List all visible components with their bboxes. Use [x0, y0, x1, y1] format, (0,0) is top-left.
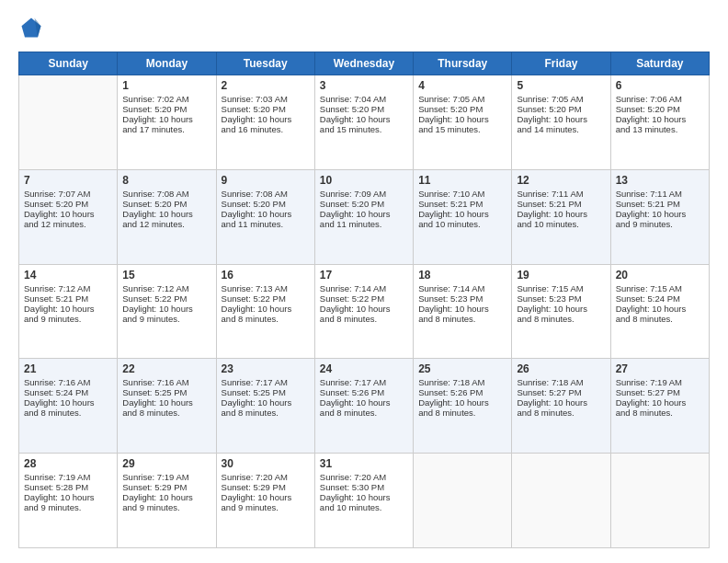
calendar-cell: 1Sunrise: 7:02 AMSunset: 5:20 PMDaylight… — [118, 75, 216, 170]
day-info-line: and 17 minutes. — [122, 124, 210, 134]
calendar-cell: 17Sunrise: 7:14 AMSunset: 5:22 PMDayligh… — [314, 264, 413, 359]
day-info-line: Sunrise: 7:14 AM — [418, 283, 506, 293]
day-header-tuesday: Tuesday — [216, 52, 314, 75]
day-info-line: Sunrise: 7:07 AM — [24, 189, 112, 199]
day-info-line: and 12 minutes. — [122, 219, 210, 229]
day-info-line: Daylight: 10 hours — [122, 304, 210, 314]
day-info-line: Daylight: 10 hours — [222, 114, 310, 124]
day-info-line: Sunset: 5:20 PM — [122, 199, 210, 209]
day-info-line: and 15 minutes. — [418, 124, 506, 134]
day-info-line: Sunset: 5:21 PM — [418, 199, 506, 209]
day-number: 20 — [616, 269, 704, 282]
day-info-line: Daylight: 10 hours — [222, 492, 310, 502]
calendar-cell: 24Sunrise: 7:17 AMSunset: 5:26 PMDayligh… — [314, 359, 413, 454]
day-info-line: Sunset: 5:20 PM — [616, 104, 704, 114]
day-info-line: and 8 minutes. — [122, 408, 210, 418]
day-info-line: Daylight: 10 hours — [320, 209, 408, 219]
day-number: 7 — [24, 174, 112, 187]
day-info-line: Sunrise: 7:08 AM — [222, 189, 310, 199]
day-info-line: Daylight: 10 hours — [616, 304, 704, 314]
day-info-line: and 11 minutes. — [320, 219, 408, 229]
day-info-line: Sunrise: 7:20 AM — [222, 472, 310, 482]
day-info-line: Sunrise: 7:15 AM — [616, 283, 704, 293]
day-info-line: Daylight: 10 hours — [24, 209, 112, 219]
calendar-cell: 21Sunrise: 7:16 AMSunset: 5:24 PMDayligh… — [19, 359, 118, 454]
day-info-line: Sunrise: 7:02 AM — [122, 94, 210, 104]
day-info-line: Sunset: 5:22 PM — [320, 293, 408, 304]
day-number: 19 — [517, 269, 605, 282]
calendar-cell — [610, 454, 709, 548]
day-info-line: Sunset: 5:27 PM — [517, 387, 605, 397]
day-info-line: and 9 minutes. — [122, 502, 210, 512]
day-number: 11 — [418, 174, 506, 187]
day-info-line: Sunset: 5:26 PM — [418, 387, 506, 397]
calendar-cell: 12Sunrise: 7:11 AMSunset: 5:21 PMDayligh… — [512, 169, 610, 264]
day-info-line: Sunrise: 7:19 AM — [24, 472, 112, 482]
day-info-line: Sunset: 5:30 PM — [320, 482, 408, 492]
calendar-cell: 13Sunrise: 7:11 AMSunset: 5:21 PMDayligh… — [610, 169, 709, 264]
day-info-line: and 9 minutes. — [24, 314, 112, 324]
calendar-cell: 16Sunrise: 7:13 AMSunset: 5:22 PMDayligh… — [216, 264, 314, 359]
calendar-week-row: 14Sunrise: 7:12 AMSunset: 5:21 PMDayligh… — [19, 264, 710, 359]
calendar-cell: 9Sunrise: 7:08 AMSunset: 5:20 PMDaylight… — [216, 169, 314, 264]
day-info-line: Sunrise: 7:11 AM — [616, 189, 704, 199]
day-info-line: and 8 minutes. — [418, 408, 506, 418]
day-info-line: Sunset: 5:23 PM — [517, 293, 605, 304]
day-info-line: and 8 minutes. — [222, 408, 310, 418]
day-number: 24 — [320, 362, 408, 375]
calendar-cell: 25Sunrise: 7:18 AMSunset: 5:26 PMDayligh… — [414, 359, 512, 454]
day-info-line: and 9 minutes. — [24, 502, 112, 512]
day-info-line: Sunset: 5:27 PM — [616, 387, 704, 397]
day-info-line: Sunrise: 7:09 AM — [320, 189, 408, 199]
day-info-line: Sunrise: 7:08 AM — [122, 189, 210, 199]
day-number: 6 — [616, 79, 704, 92]
day-info-line: and 10 minutes. — [418, 219, 506, 229]
day-info-line: Daylight: 10 hours — [320, 114, 408, 124]
calendar-cell: 14Sunrise: 7:12 AMSunset: 5:21 PMDayligh… — [19, 264, 118, 359]
day-info-line: Sunset: 5:20 PM — [320, 104, 408, 114]
day-info-line: and 9 minutes. — [616, 219, 704, 229]
day-number: 1 — [122, 79, 210, 92]
day-number: 31 — [320, 457, 408, 470]
calendar-week-row: 21Sunrise: 7:16 AMSunset: 5:24 PMDayligh… — [19, 359, 710, 454]
day-header-thursday: Thursday — [414, 52, 512, 75]
calendar-cell: 7Sunrise: 7:07 AMSunset: 5:20 PMDaylight… — [19, 169, 118, 264]
day-number: 23 — [222, 362, 310, 375]
day-info-line: Daylight: 10 hours — [517, 209, 605, 219]
day-info-line: and 8 minutes. — [320, 314, 408, 324]
day-info-line: Sunset: 5:20 PM — [222, 199, 310, 209]
day-info-line: Sunset: 5:20 PM — [222, 104, 310, 114]
day-info-line: Sunrise: 7:13 AM — [222, 283, 310, 293]
day-info-line: and 15 minutes. — [320, 124, 408, 134]
day-info-line: Sunset: 5:29 PM — [122, 482, 210, 492]
day-number: 29 — [122, 457, 210, 470]
calendar-table: SundayMondayTuesdayWednesdayThursdayFrid… — [18, 52, 710, 548]
day-info-line: and 9 minutes. — [122, 314, 210, 324]
day-info-line: Daylight: 10 hours — [616, 209, 704, 219]
calendar-cell: 30Sunrise: 7:20 AMSunset: 5:29 PMDayligh… — [216, 454, 314, 548]
calendar-week-row: 1Sunrise: 7:02 AMSunset: 5:20 PMDaylight… — [19, 75, 710, 170]
day-info-line: Sunrise: 7:10 AM — [418, 189, 506, 199]
day-info-line: and 10 minutes. — [517, 219, 605, 229]
day-info-line: Sunset: 5:22 PM — [122, 293, 210, 304]
day-number: 30 — [222, 457, 310, 470]
day-number: 15 — [122, 269, 210, 282]
day-info-line: Daylight: 10 hours — [222, 209, 310, 219]
day-number: 8 — [122, 174, 210, 187]
day-info-line: Daylight: 10 hours — [418, 209, 506, 219]
day-info-line: Sunset: 5:21 PM — [24, 293, 112, 304]
day-info-line: and 8 minutes. — [222, 314, 310, 324]
day-number: 16 — [222, 269, 310, 282]
day-info-line: and 12 minutes. — [24, 219, 112, 229]
logo — [18, 15, 48, 40]
day-info-line: Sunset: 5:26 PM — [320, 387, 408, 397]
day-info-line: Sunrise: 7:12 AM — [122, 283, 210, 293]
calendar-cell — [512, 454, 610, 548]
calendar-cell: 8Sunrise: 7:08 AMSunset: 5:20 PMDaylight… — [118, 169, 216, 264]
day-number: 3 — [320, 79, 408, 92]
calendar-cell — [19, 75, 118, 170]
day-info-line: Daylight: 10 hours — [122, 114, 210, 124]
day-info-line: Daylight: 10 hours — [24, 397, 112, 408]
calendar-cell: 2Sunrise: 7:03 AMSunset: 5:20 PMDaylight… — [216, 75, 314, 170]
day-info-line: Sunrise: 7:04 AM — [320, 94, 408, 104]
